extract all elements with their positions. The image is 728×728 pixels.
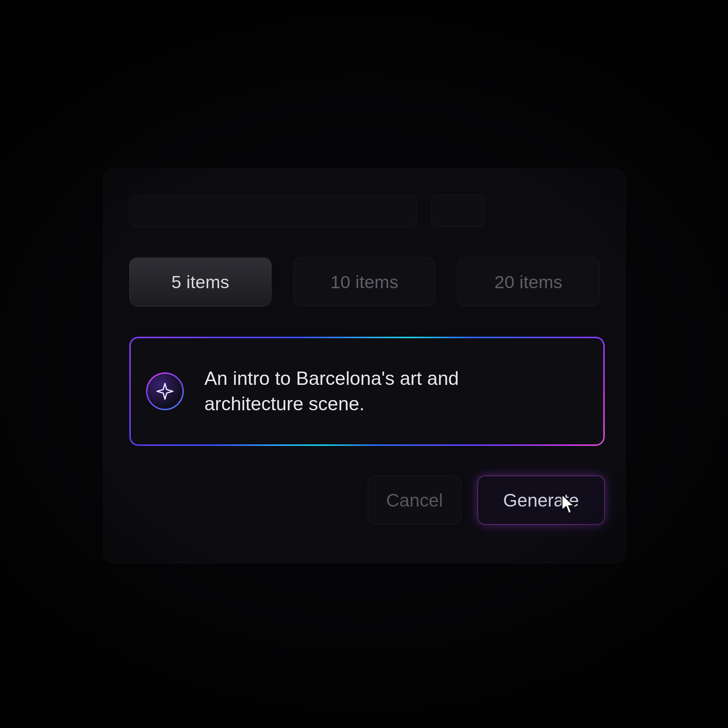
sparkle-icon: [146, 372, 184, 410]
prompt-text: An intro to Barcelona's art and architec…: [204, 366, 538, 417]
chip-label: 20 items: [494, 271, 562, 292]
item-count-option-10[interactable]: 10 items: [293, 257, 436, 306]
chip-label: 5 items: [171, 271, 229, 292]
cancel-button[interactable]: Cancel: [368, 475, 461, 525]
generate-dialog: 5 items 10 items 20 items An intro to Ba…: [103, 169, 626, 563]
prompt-field[interactable]: An intro to Barcelona's art and architec…: [129, 337, 605, 446]
title-input[interactable]: [129, 195, 417, 227]
chip-label: 10 items: [330, 271, 398, 292]
header-row: [129, 195, 599, 227]
cancel-label: Cancel: [386, 490, 443, 511]
dialog-actions: Cancel Generate: [129, 475, 605, 525]
generate-label: Generate: [503, 490, 579, 511]
header-action-button[interactable]: [431, 195, 485, 227]
generate-button[interactable]: Generate: [477, 475, 605, 525]
item-count-selector: 5 items 10 items 20 items: [129, 257, 599, 306]
item-count-option-5[interactable]: 5 items: [129, 257, 271, 306]
item-count-option-20[interactable]: 20 items: [457, 257, 599, 306]
